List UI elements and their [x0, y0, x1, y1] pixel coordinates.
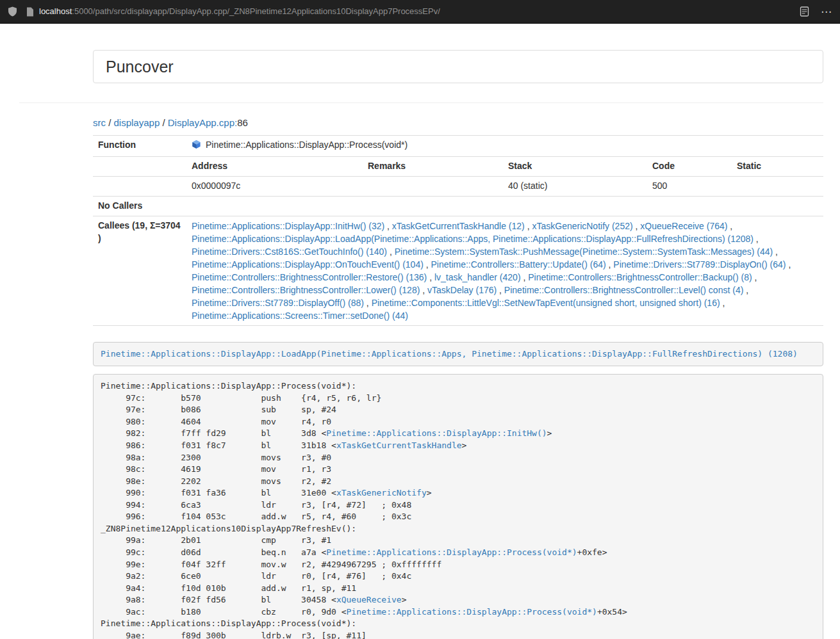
col-header-remarks: Remarks: [363, 156, 503, 176]
callee-link[interactable]: Pinetime::Components::LittleVgl::SetNewT…: [372, 298, 720, 308]
reader-mode-icon[interactable]: [800, 6, 809, 17]
callee-link[interactable]: Pinetime::Controllers::BrightnessControl…: [192, 285, 420, 295]
disassembly-symbol-link[interactable]: Pinetime::Applications::DisplayApp::Proc…: [347, 607, 597, 617]
callee-link[interactable]: Pinetime::Drivers::Cst816S::GetTouchInfo…: [192, 247, 387, 257]
url-bar[interactable]: localhost:5000/path/src/displayapp/Displ…: [26, 6, 791, 18]
disassembly-symbol-link[interactable]: Pinetime::Applications::DisplayApp::Init…: [326, 428, 547, 438]
function-icon: [192, 140, 201, 153]
disassembly-symbol-link[interactable]: xQueueReceive: [336, 595, 402, 604]
divider: [19, 102, 823, 103]
disassembly-symbol-link[interactable]: xTaskGenericNotify: [336, 488, 427, 497]
url-text: localhost:5000/path/src/displayapp/Displ…: [39, 6, 440, 18]
callee-link[interactable]: lv_task_handler (420): [434, 272, 521, 282]
callee-link[interactable]: Pinetime::Applications::DisplayApp::OnTo…: [192, 259, 424, 270]
highlighted-symbol-link[interactable]: Pinetime::Applications::DisplayApp::Load…: [101, 349, 798, 359]
callees-list: Pinetime::Applications::DisplayApp::Init…: [186, 216, 823, 325]
callee-link[interactable]: Pinetime::Controllers::BrightnessControl…: [528, 272, 752, 282]
browser-chrome: localhost:5000/path/src/displayapp/Displ…: [0, 0, 840, 24]
symbol-table: Function Pinetime::Applications::Display…: [93, 135, 823, 326]
menu-ellipsis-icon[interactable]: ⋯: [821, 6, 832, 17]
values-row: 0x0000097c 40 (static) 500: [93, 176, 823, 196]
callee-link[interactable]: Pinetime::Controllers::Battery::Update()…: [431, 259, 606, 270]
no-callers-cell: [186, 196, 823, 216]
url-host: localhost: [39, 6, 72, 16]
address-value: 0x0000097c: [186, 176, 363, 196]
page-container: Puncover src / displayapp / DisplayApp.c…: [0, 50, 840, 639]
code-value: 500: [647, 176, 732, 196]
breadcrumb-link[interactable]: DisplayApp.cpp:: [168, 117, 237, 128]
function-name: Pinetime::Applications::DisplayApp::Proc…: [206, 140, 408, 150]
empty-label-cell: [93, 156, 186, 176]
disassembly-symbol-link[interactable]: xTaskGetCurrentTaskHandle: [336, 441, 462, 450]
url-path: :5000/path/src/displayapp/DisplayApp.cpp…: [72, 6, 440, 16]
empty-label-cell: [93, 176, 186, 196]
callee-link[interactable]: Pinetime::Applications::DisplayApp::Load…: [192, 234, 754, 244]
page-icon: [26, 7, 34, 17]
page-title: Puncover: [106, 58, 811, 75]
col-header-static: Static: [732, 156, 823, 176]
function-row: Function Pinetime::Applications::Display…: [93, 135, 823, 156]
col-header-code: Code: [647, 156, 732, 176]
highlighted-symbol-box: Pinetime::Applications::DisplayApp::Load…: [93, 342, 823, 367]
callee-link[interactable]: Pinetime::Applications::Screens::Timer::…: [192, 311, 408, 321]
callee-link[interactable]: xTaskGetCurrentTaskHandle (12): [392, 221, 525, 231]
callee-link[interactable]: Pinetime::Controllers::BrightnessControl…: [504, 285, 743, 295]
static-value: [732, 176, 823, 196]
function-label: Function: [93, 135, 186, 156]
callee-link[interactable]: Pinetime::Controllers::BrightnessControl…: [192, 272, 427, 282]
callees-label: Callees (19, Σ=3704 ): [93, 216, 186, 325]
col-header-address: Address: [186, 156, 363, 176]
callee-link[interactable]: xTaskGenericNotify (252): [532, 221, 632, 231]
stack-value: 40 (static): [503, 176, 647, 196]
callee-link[interactable]: Pinetime::Applications::DisplayApp::Init…: [192, 221, 384, 231]
callee-link[interactable]: Pinetime::System::SystemTask::PushMessag…: [395, 247, 773, 257]
callees-row: Callees (19, Σ=3704 ) Pinetime::Applicat…: [93, 216, 823, 325]
disassembly-symbol-link[interactable]: Pinetime::Applications::DisplayApp::Proc…: [326, 547, 577, 557]
callee-link[interactable]: vTaskDelay (176): [427, 285, 497, 295]
callee-link[interactable]: Pinetime::Drivers::St7789::DisplayOff() …: [192, 298, 364, 308]
column-header-row: Address Remarks Stack Code Static: [93, 156, 823, 176]
disassembly-code: Pinetime::Applications::DisplayApp::Proc…: [93, 374, 823, 639]
shield-icon[interactable]: [8, 6, 17, 17]
chrome-actions: ⋯: [800, 6, 832, 17]
breadcrumb-link[interactable]: displayapp: [114, 117, 160, 128]
col-header-stack: Stack: [503, 156, 647, 176]
no-callers-label: No Callers: [93, 196, 186, 216]
breadcrumb: src / displayapp / DisplayApp.cpp:86: [93, 116, 823, 129]
callee-link[interactable]: xQueueReceive (764): [640, 221, 727, 231]
callee-link[interactable]: Pinetime::Drivers::St7789::DisplayOn() (…: [613, 259, 786, 270]
breadcrumb-link[interactable]: src: [93, 117, 106, 128]
no-callers-row: No Callers: [93, 196, 823, 216]
page-title-panel: Puncover: [93, 50, 823, 83]
remarks-value: [363, 176, 503, 196]
function-name-cell: Pinetime::Applications::DisplayApp::Proc…: [186, 135, 823, 156]
